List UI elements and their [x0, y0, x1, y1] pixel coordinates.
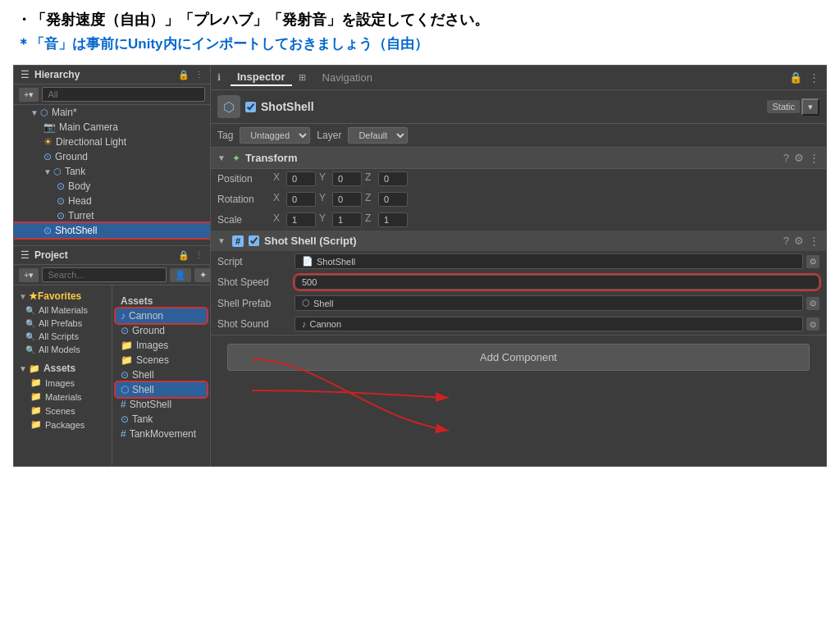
rotation-label: Rotation [217, 194, 270, 205]
script-active-checkbox[interactable] [249, 235, 259, 246]
pos-x-input[interactable] [286, 171, 316, 186]
rot-y-input[interactable] [332, 192, 362, 207]
asset-cannon[interactable]: ♪ Cannon [116, 308, 207, 323]
shot-speed-row: Shot Speed 500 [211, 272, 826, 293]
transform-settings-icon[interactable]: ⚙ [794, 152, 804, 164]
sound-ref-button[interactable]: ⊙ [806, 317, 819, 331]
scale-x-label: X [273, 212, 283, 227]
asset-shell-prefab[interactable]: ⬡ Shell [116, 382, 207, 397]
object-name: ShotShell [261, 100, 762, 113]
tree-item-main[interactable]: ▼ ⬡ Main* [14, 105, 210, 120]
rot-x-input[interactable] [286, 192, 316, 207]
asset-scenes-folder[interactable]: 📁 Scenes [116, 353, 207, 368]
shot-sound-row: Shot Sound ♪ Cannon ⊙ [211, 314, 826, 335]
position-label: Position [217, 173, 270, 185]
prefab-ref-icon: ⬡ [302, 298, 310, 308]
folder-icon-images: 📁 [121, 340, 133, 351]
script-field-row: Script 📄 ShotShell ⊙ [211, 251, 826, 272]
asset-shell-sphere[interactable]: ⊙ Shell [116, 368, 207, 382]
project-menu-icon: ☰ [21, 249, 30, 261]
scale-z-input[interactable] [378, 212, 408, 227]
assets-images[interactable]: 📁 Images [14, 376, 112, 390]
script-settings-icon[interactable]: ⚙ [794, 235, 804, 247]
assets-packages[interactable]: 📁 Packages [14, 418, 112, 431]
favorites-materials[interactable]: 🔍 All Materials [14, 304, 112, 317]
tree-item-main-camera[interactable]: 📷 Main Camera [14, 120, 210, 135]
rot-y-label: Y [319, 192, 329, 207]
static-label: Static [767, 100, 800, 113]
tree-item-head[interactable]: ⊙ Head [14, 194, 210, 208]
asset-images-folder[interactable]: 📁 Images [116, 338, 207, 353]
transform-title: Transform [245, 152, 778, 164]
tree-item-shotshell[interactable]: ⊙ ShotShell [14, 223, 210, 238]
prefab-ref-button[interactable]: ⊙ [806, 297, 819, 310]
project-more-icon: ⋮ [194, 250, 203, 261]
sphere-icon-ground: ⊙ [121, 325, 129, 336]
transform-more-icon[interactable]: ⋮ [809, 152, 819, 164]
tree-item-turret[interactable]: ⊙ Turret [14, 208, 210, 223]
object-cube-icon: ⬡ [217, 95, 240, 118]
sphere-icon-tank: ⊙ [121, 413, 129, 425]
script-file-icon: 📄 [302, 256, 313, 267]
tree-item-body[interactable]: ⊙ Body [14, 179, 210, 194]
tag-select[interactable]: Untagged [240, 127, 310, 144]
script-ref-button[interactable]: ⊙ [806, 255, 819, 268]
script-section-title: Shot Shell (Script) [264, 235, 778, 247]
layer-select[interactable]: Default [348, 127, 408, 144]
rot-x-label: X [273, 192, 283, 207]
project-content: Assets ♪ Cannon ⊙ Ground 📁 Images [112, 285, 210, 466]
add-component-button[interactable]: Add Component [227, 344, 810, 371]
tree-item-tank[interactable]: ▼ ⬡ Tank [14, 164, 210, 179]
static-dropdown[interactable]: ▾ [801, 98, 819, 116]
shot-sound-value: ♪ Cannon [294, 317, 803, 331]
sphere-icon-shell: ⊙ [121, 369, 129, 381]
inspector-tab[interactable]: Inspector [231, 69, 292, 86]
script-section-header: ▼ # Shot Shell (Script) ? ⚙ ⋮ [211, 231, 826, 251]
asset-tankmovement-script[interactable]: # TankMovement [116, 427, 207, 441]
script-label: Script [217, 256, 291, 267]
scale-x-input[interactable] [286, 212, 316, 227]
favorites-scripts[interactable]: 🔍 All Scripts [14, 330, 112, 343]
hierarchy-menu-icon: ☰ [21, 69, 30, 80]
pos-y-input[interactable] [332, 171, 362, 186]
assets-tree-header: ▼ 📁 Assets [14, 361, 112, 376]
asset-tank[interactable]: ⊙ Tank [116, 412, 207, 427]
project-add-button[interactable]: +▾ [19, 268, 39, 282]
transform-position-row: Position X Y Z [211, 169, 826, 189]
navigation-tab[interactable]: Navigation [316, 70, 379, 85]
tree-item-ground[interactable]: ⊙ Ground [14, 149, 210, 164]
object-header: ⬡ ShotShell Static ▾ [211, 90, 826, 124]
script-icon-shotshell: # [121, 399, 126, 410]
project-left-sidebar: ▼ ★ Favorites 🔍 All Materials 🔍 All Pref… [14, 285, 112, 466]
favorites-models[interactable]: 🔍 All Models [14, 343, 112, 356]
shot-sound-label: Shot Sound [217, 318, 291, 330]
scale-label: Scale [217, 214, 270, 226]
project-filter-button[interactable]: ✦ [194, 268, 210, 282]
shell-prefab-label: Shell Prefab [217, 298, 291, 309]
project-lock-icon: 🔒 [178, 250, 189, 261]
favorites-prefabs[interactable]: 🔍 All Prefabs [14, 317, 112, 330]
pos-z-label: Z [365, 171, 375, 186]
script-more-icon[interactable]: ⋮ [809, 235, 819, 247]
scale-z-label: Z [365, 212, 375, 227]
rot-z-label: Z [365, 192, 375, 207]
assets-scenes[interactable]: 📁 Scenes [14, 404, 112, 418]
asset-shotshell-script[interactable]: # ShotShell [116, 397, 207, 412]
object-active-checkbox[interactable] [245, 102, 256, 112]
hierarchy-title: Hierarchy [34, 69, 173, 80]
asset-ground[interactable]: ⊙ Ground [116, 323, 207, 338]
hierarchy-search-input[interactable] [42, 87, 205, 102]
pos-x-label: X [273, 171, 283, 186]
tree-item-directional-light[interactable]: ☀ Directional Light [14, 135, 210, 149]
script-hash-icon: # [232, 235, 244, 247]
assets-materials[interactable]: 📁 Materials [14, 390, 112, 404]
project-search-input[interactable] [42, 267, 167, 282]
folder-icon-scenes: 📁 [121, 354, 133, 366]
pos-z-input[interactable] [378, 171, 408, 186]
project-view-button[interactable]: 👤 [170, 268, 191, 282]
hierarchy-add-button[interactable]: +▾ [19, 88, 39, 102]
scale-y-label: Y [319, 212, 329, 227]
scale-y-input[interactable] [332, 212, 362, 227]
rot-z-input[interactable] [378, 192, 408, 207]
shot-speed-value: 500 [294, 275, 819, 290]
